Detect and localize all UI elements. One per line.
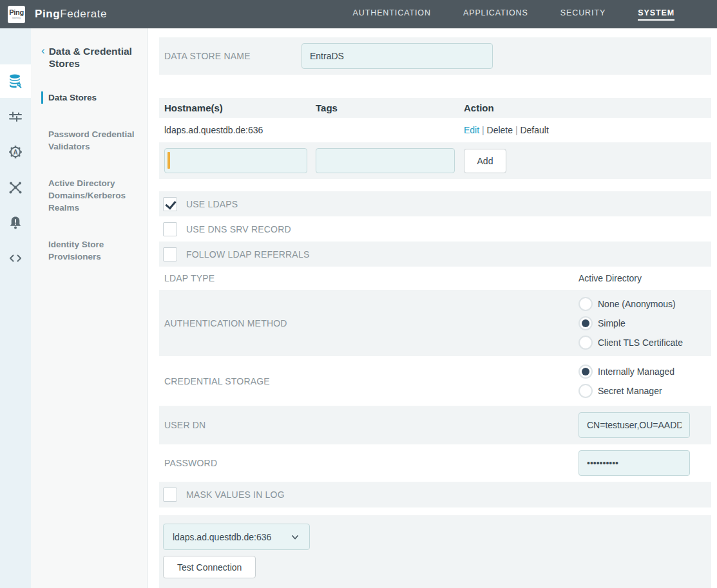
subnav-list: Data Stores Password Credential Validato… (41, 91, 139, 263)
rail-item-sliders[interactable] (0, 100, 31, 133)
hostname-select[interactable]: ldaps.ad.questdb.de:636 (163, 524, 310, 550)
app-header: Ping Identity PingFederate AUTHENTICATIO… (0, 0, 717, 28)
hostnames-table-header: Hostname(s) Tags Action (159, 98, 711, 118)
edit-link[interactable]: Edit (464, 125, 479, 135)
subnav-item-identity-store-provisioners[interactable]: Identity Store Provisioners (41, 238, 139, 263)
use-dns-srv-row: USE DNS SRV RECORD (159, 216, 711, 242)
mask-values-row: MASK VALUES IN LOG (159, 482, 711, 507)
network-nodes-icon (8, 180, 23, 195)
logo-subtext: Identity (12, 17, 21, 19)
credential-storage-label: CREDENTIAL STORAGE (164, 376, 270, 386)
subnav-item-password-credential-validators[interactable]: Password Credential Validators (41, 128, 139, 153)
sliders-icon (8, 109, 23, 124)
password-input[interactable] (578, 450, 690, 476)
col-tags: Tags (316, 102, 464, 113)
credential-storage-options: Internally Managed Secret Manager (578, 363, 706, 399)
rail-item-data-stores[interactable] (0, 64, 31, 98)
radio-circle (578, 384, 593, 398)
ldap-type-row: LDAP TYPE Active Directory (159, 267, 711, 290)
follow-ldap-referrals-row: FOLLOW LDAP REFERRALS (159, 242, 711, 267)
rail-item-network[interactable] (0, 171, 31, 204)
chevron-down-icon (290, 532, 300, 542)
test-connection-button[interactable]: Test Connection (163, 556, 256, 578)
col-action: Action (464, 102, 706, 113)
subnav-title: ‹ Data & Credential Stores (41, 45, 139, 70)
radio-none-anonymous[interactable]: None (Anonymous) (578, 297, 706, 311)
ldap-type-label: LDAP TYPE (164, 273, 215, 283)
data-store-name-input[interactable] (301, 43, 493, 69)
use-dns-srv-label: USE DNS SRV RECORD (186, 224, 291, 234)
hostname-cell: ldaps.ad.questdb.de:636 (164, 125, 316, 135)
radio-client-tls-certificate[interactable]: Client TLS Certificate (578, 336, 706, 350)
top-nav: AUTHENTICATION APPLICATIONS SECURITY SYS… (353, 8, 675, 21)
radio-internally-managed[interactable]: Internally Managed (578, 365, 706, 379)
delete-link[interactable]: Delete (487, 125, 513, 135)
new-hostname-input[interactable] (164, 148, 307, 173)
table-row: ldaps.ad.questdb.de:636 Edit | Delete | … (159, 118, 711, 142)
password-row: PASSWORD (159, 444, 711, 482)
radio-simple[interactable]: Simple (578, 316, 706, 330)
user-dn-input[interactable] (578, 412, 690, 438)
nav-system[interactable]: SYSTEM (638, 8, 674, 21)
use-dns-srv-checkbox[interactable] (163, 222, 177, 236)
ping-identity-logo[interactable]: Ping Identity (8, 6, 25, 23)
action-separator: | (482, 125, 484, 135)
radio-label: Secret Manager (598, 386, 662, 396)
subnav-title-text: Data & Credential Stores (49, 45, 139, 70)
credential-storage-row: CREDENTIAL STORAGE Internally Managed Se… (159, 356, 711, 406)
ldap-type-value: Active Directory (578, 273, 706, 283)
data-store-name-row: DATA STORE NAME (159, 37, 711, 75)
use-ldaps-checkbox[interactable] (163, 197, 177, 211)
add-button[interactable]: Add (464, 149, 506, 173)
radio-secret-manager[interactable]: Secret Manager (578, 384, 706, 398)
nav-applications[interactable]: APPLICATIONS (463, 8, 528, 21)
follow-ldap-referrals-checkbox[interactable] (163, 247, 177, 261)
main-content: DATA STORE NAME Hostname(s) Tags Action … (148, 28, 717, 588)
icon-rail: A (0, 28, 31, 588)
app-title-bold: Ping (35, 8, 60, 20)
radio-label: Simple (598, 318, 626, 328)
default-link[interactable]: Default (520, 125, 548, 135)
mask-values-label: MASK VALUES IN LOG (186, 489, 285, 500)
use-ldaps-row: USE LDAPS (159, 191, 711, 216)
new-tags-input[interactable] (316, 148, 455, 173)
radio-circle (578, 336, 593, 350)
svg-text:A: A (13, 149, 17, 156)
rail-item-alerts[interactable] (0, 206, 31, 240)
app-title-regular: Federate (60, 8, 107, 20)
radio-circle (578, 297, 593, 311)
nav-security[interactable]: SECURITY (560, 8, 606, 21)
rail-item-code[interactable] (0, 242, 31, 275)
radio-label: None (Anonymous) (598, 299, 676, 309)
follow-ldap-referrals-label: FOLLOW LDAP REFERRALS (186, 249, 309, 260)
add-hostname-row: Add (159, 142, 711, 179)
user-dn-row: USER DN (159, 406, 711, 444)
col-hostnames: Hostname(s) (164, 102, 316, 113)
database-key-icon (7, 73, 24, 90)
text-cursor-caret (167, 152, 170, 169)
user-dn-label: USER DN (164, 420, 206, 430)
radio-circle (578, 316, 593, 330)
test-connection-section: ldaps.ad.questdb.de:636 Test Connection (159, 515, 711, 588)
chevron-left-icon[interactable]: ‹ (41, 45, 45, 70)
rail-item-gear[interactable]: A (0, 135, 31, 169)
logo-text: Ping (9, 9, 24, 16)
hostname-select-value: ldaps.ad.questdb.de:636 (173, 532, 271, 542)
subnav-panel: ‹ Data & Credential Stores Data Stores P… (31, 28, 148, 588)
radio-circle (578, 365, 593, 379)
authentication-method-row: AUTHENTICATION METHOD None (Anonymous) S… (159, 290, 711, 356)
nav-authentication[interactable]: AUTHENTICATION (353, 8, 431, 21)
action-separator: | (515, 125, 518, 135)
use-ldaps-label: USE LDAPS (186, 199, 238, 209)
subnav-item-ad-domains-kerberos-realms[interactable]: Active Directory Domains/Kerberos Realms (41, 177, 139, 214)
mask-values-checkbox[interactable] (163, 488, 177, 502)
row-actions: Edit | Delete | Default (464, 125, 706, 135)
authentication-method-options: None (Anonymous) Simple Client TLS Certi… (578, 296, 706, 351)
radio-label: Internally Managed (598, 366, 674, 377)
bell-alert-icon (8, 215, 23, 231)
radio-label: Client TLS Certificate (598, 337, 683, 348)
app-title: PingFederate (35, 8, 107, 21)
subnav-item-data-stores[interactable]: Data Stores (41, 91, 139, 104)
gear-a-icon: A (8, 144, 23, 160)
code-brackets-icon (8, 251, 23, 266)
